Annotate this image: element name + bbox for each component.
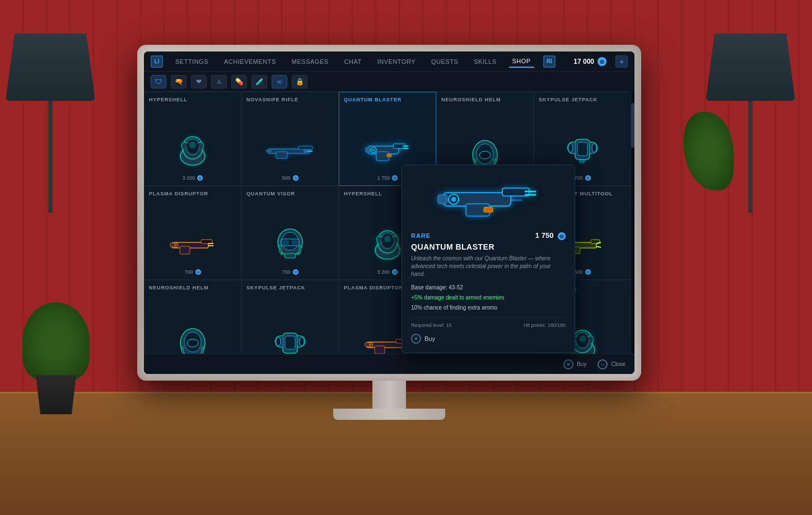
game-ui: LI SETTINGS ACHIEVEMENTS MESSAGES CHAT I… [144, 52, 634, 374]
svg-point-9 [304, 149, 307, 153]
item-name-hypershell-1: HYPERSHELL [149, 97, 236, 102]
popup-required-level: Required level: 15 [411, 322, 452, 328]
nav-chat[interactable]: CHAT [341, 56, 365, 67]
item-price-hypershell-2: 3 200 ◎ [377, 269, 398, 275]
lamp-left [6, 34, 106, 258]
svg-rect-63 [375, 346, 385, 354]
svg-point-70 [579, 335, 586, 342]
scrollbar-thumb[interactable] [631, 103, 634, 148]
svg-point-21 [479, 151, 491, 159]
item-price-omnigadget: 500 ◎ [574, 269, 590, 275]
icon-btn-shield[interactable]: 🛡 [151, 75, 166, 88]
svg-rect-6 [276, 152, 287, 158]
svg-rect-16 [387, 154, 391, 157]
svg-rect-7 [266, 149, 272, 152]
item-image-novasnipe [255, 128, 325, 173]
svg-rect-66 [365, 343, 370, 347]
svg-point-25 [568, 143, 573, 152]
svg-rect-24 [577, 142, 587, 156]
item-name-quantum-blaster: QUANTUM BLASTER [344, 97, 431, 102]
popup-price-icon: ◎ [558, 232, 566, 240]
svg-rect-58 [285, 336, 295, 349]
svg-rect-32 [170, 243, 175, 247]
bottom-buy-icon: ✕ [563, 359, 573, 369]
popup-header-row: RARE 1 750 ◎ [411, 231, 566, 240]
svg-point-75 [451, 197, 456, 202]
icon-btn-pill[interactable]: 💊 [231, 75, 247, 88]
icon-btn-flask[interactable]: 🧪 [251, 75, 267, 88]
svg-rect-15 [366, 148, 370, 152]
plant-right [683, 112, 739, 213]
svg-point-60 [300, 337, 304, 346]
shop-item-quantum-visor[interactable]: QUANTUM VISOR [241, 186, 339, 280]
bottom-close-label: Close [611, 361, 626, 367]
item-image-quantum-visor [255, 222, 325, 267]
item-image-hypershell-1 [158, 128, 228, 173]
bottom-close-button[interactable]: ○ Close [598, 359, 626, 369]
svg-rect-5 [298, 146, 312, 149]
svg-line-52 [596, 246, 601, 247]
shop-item-hypershell-1[interactable]: HYPERSHELL [144, 92, 241, 186]
monitor-bezel: LI SETTINGS ACHIEVEMENTS MESSAGES CHAT I… [137, 45, 641, 381]
item-name-plasma-1: PLASMA DISRUPTOR [149, 191, 236, 196]
nav-inventory[interactable]: INVENTORY [374, 56, 419, 67]
nav-skills[interactable]: SKILLS [470, 56, 500, 67]
popup-price-value: 1 750 [535, 231, 554, 240]
item-name-skypulse-2: SKYPULSE JETPACK [246, 285, 334, 291]
nav-settings[interactable]: SETTINGS [172, 56, 212, 67]
icon-btn-gun[interactable]: 🔫 [171, 75, 186, 88]
popup-level-value: 15 [446, 322, 452, 328]
monitor-stand-base [333, 409, 445, 420]
popup-title: QUANTUM BLASTER [411, 242, 566, 251]
popup-stat-bonus2: 10% chance of finding extra ammo [411, 303, 566, 313]
top-nav: LI SETTINGS ACHIEVEMENTS MESSAGES CHAT I… [144, 52, 634, 72]
shop-item-novasnipe[interactable]: NOVASNIPE RIFLE [241, 92, 339, 186]
shop-scrollbar[interactable] [631, 92, 634, 374]
item-price-plasma-1: 700 ◎ [184, 269, 200, 275]
nav-logo-right: RI [543, 55, 556, 68]
svg-point-55 [187, 339, 198, 347]
currency-icon: ◎ [598, 57, 606, 66]
item-price-quantum-blaster: 1 750 ◎ [377, 175, 398, 181]
bottom-buy-label: Buy [577, 361, 586, 367]
svg-rect-40 [284, 254, 296, 258]
popup-buy-label: Buy [424, 335, 435, 342]
popup-stat-bonus1: +5% damage dealt to armed enemies [411, 293, 566, 303]
nav-shop[interactable]: SHOP [509, 55, 534, 68]
svg-point-31 [175, 244, 177, 246]
popup-price-display: 1 750 ◎ [535, 231, 566, 240]
svg-rect-77 [484, 207, 493, 212]
item-name-neuroshield-2: NEUROSHIELD HELM [149, 285, 236, 291]
nav-quests[interactable]: QUESTS [428, 56, 461, 67]
item-price-skypulse-1: 700 ◎ [574, 175, 590, 181]
monitor: LI SETTINGS ACHIEVEMENTS MESSAGES CHAT I… [137, 45, 641, 425]
popup-buy-button[interactable]: ✕ Buy [411, 334, 435, 344]
shop-area: HYPERSHELL [144, 92, 634, 374]
svg-point-3 [189, 142, 196, 148]
svg-point-14 [372, 149, 375, 152]
icon-btn-lock[interactable]: 🔒 [292, 75, 307, 88]
popup-buy-icon: ✕ [411, 334, 421, 344]
bottom-buy-button[interactable]: ✕ Buy [563, 359, 586, 369]
nav-logo-left: LI [151, 55, 163, 68]
item-name-neuroshield-1: NEUROSHIELD HELM [441, 97, 529, 102]
item-price-quantum-visor: 700 ◎ [282, 269, 298, 275]
item-price-novasnipe: 500 ◎ [282, 175, 298, 181]
popup-hit-points: Hit points: 180/180 [524, 322, 566, 328]
popup-item-image [411, 174, 566, 224]
svg-rect-29 [180, 246, 190, 254]
item-name-skypulse-1: SKYPULSE JETPACK [539, 97, 626, 102]
add-currency-button[interactable]: + [615, 55, 628, 68]
popup-hp-value: 180/180 [547, 322, 566, 328]
icon-btn-sword[interactable]: ⚔ [211, 75, 227, 88]
svg-rect-80 [511, 199, 522, 201]
icon-btn-infinity[interactable]: ∞ [272, 75, 287, 88]
svg-rect-38 [282, 240, 289, 245]
shop-item-plasma-1[interactable]: PLASMA DISRUPTOR [144, 186, 241, 280]
popup-rarity: RARE [411, 232, 431, 239]
svg-point-65 [370, 344, 372, 346]
nav-achievements[interactable]: ACHIEVEMENTS [221, 56, 279, 67]
icon-btn-heart[interactable]: ❤ [191, 75, 207, 88]
icon-bar: 🛡 🔫 ❤ ⚔ 💊 🧪 ∞ 🔒 [144, 72, 634, 92]
nav-messages[interactable]: MESSAGES [288, 56, 332, 67]
